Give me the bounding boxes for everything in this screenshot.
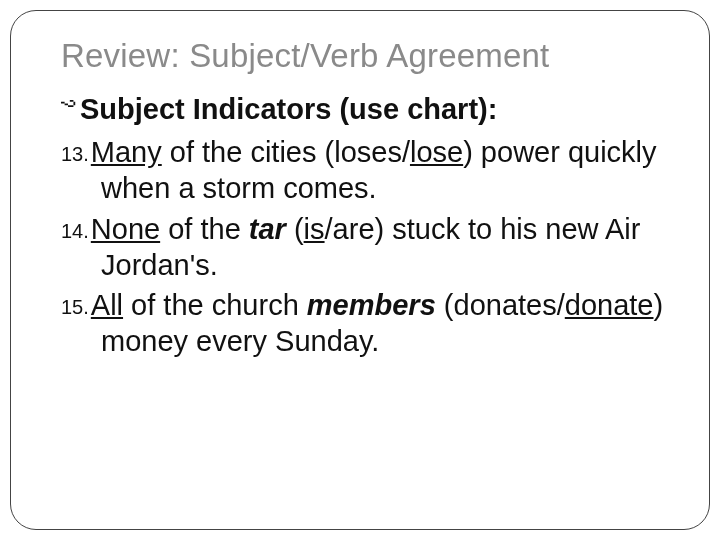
text: of the — [160, 213, 249, 245]
text: of the church — [123, 289, 307, 321]
text: of the cities (loses/ — [162, 136, 410, 168]
bullet-line: ࿓ Subject Indicators (use chart): — [61, 93, 669, 126]
bullet-text: Subject Indicators (use chart): — [80, 93, 497, 126]
answer-word: donate — [565, 289, 654, 321]
subject-word: None — [91, 213, 160, 245]
list-item: 15.All of the church members (donates/do… — [61, 287, 669, 360]
subject-word: All — [91, 289, 123, 321]
emphasis-word: tar — [249, 213, 286, 245]
slide-title: Review: Subject/Verb Agreement — [61, 37, 669, 75]
item-number: 13. — [61, 143, 91, 165]
text: ( — [286, 213, 304, 245]
emphasis-word: members — [307, 289, 436, 321]
item-number: 14. — [61, 220, 91, 242]
item-number: 15. — [61, 296, 91, 318]
answer-word: is — [304, 213, 325, 245]
list-item: 14.None of the tar (is/are) stuck to his… — [61, 211, 669, 284]
subject-word: Many — [91, 136, 162, 168]
answer-word: lose — [410, 136, 463, 168]
text: (donates/ — [436, 289, 565, 321]
slide-frame: Review: Subject/Verb Agreement ࿓ Subject… — [10, 10, 710, 530]
bullet-icon: ࿓ — [61, 93, 76, 125]
numbered-list: 13.Many of the cities (loses/lose) power… — [71, 134, 669, 360]
list-item: 13.Many of the cities (loses/lose) power… — [61, 134, 669, 207]
